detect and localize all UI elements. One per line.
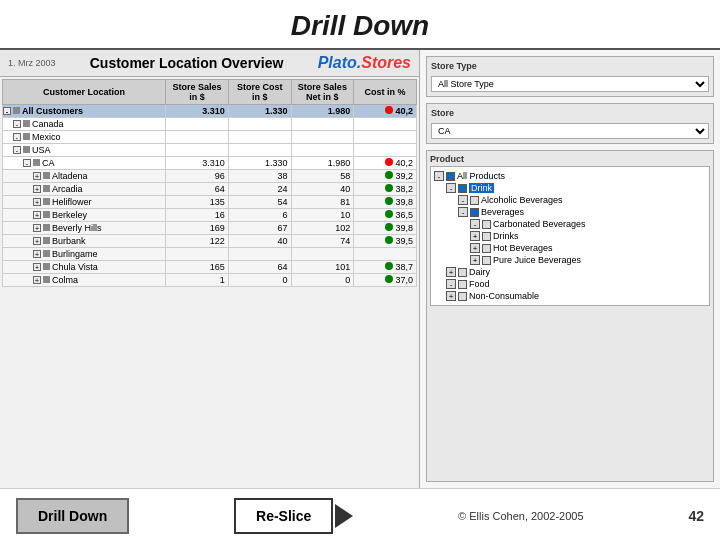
tree-expand-icon[interactable]: + [470, 243, 480, 253]
cell-location-text: Berkeley [52, 210, 87, 220]
store-select[interactable]: CA [431, 123, 709, 139]
re-slice-arrow [335, 504, 353, 528]
table-row[interactable]: +Heliflower135548139,8 [3, 196, 417, 209]
cell-pct: 37,0 [354, 274, 417, 287]
main-area: 1. Mrz 2003 Customer Location Overview P… [0, 48, 720, 488]
tree-icon[interactable]: + [33, 250, 41, 258]
cell-location: -USA [3, 144, 166, 157]
cell-cost [228, 248, 291, 261]
tree-icon[interactable]: - [3, 107, 11, 115]
tree-icon[interactable]: - [13, 120, 21, 128]
cell-pct [354, 144, 417, 157]
cell-net: 102 [291, 222, 354, 235]
col-header-pct: Cost in % [354, 80, 417, 105]
tree-item[interactable]: +Pure Juice Beverages [470, 254, 706, 266]
tree-icon[interactable]: + [33, 276, 41, 284]
col-header-sales: Store Sales in $ [166, 80, 229, 105]
cell-location: +Heliflower [3, 196, 166, 209]
re-slice-button[interactable]: Re-Slice [234, 498, 333, 534]
tree-expand-icon[interactable]: - [446, 183, 456, 193]
tree-icon[interactable]: - [13, 146, 21, 154]
cell-pct: 40,2 [354, 157, 417, 170]
green-dot-icon [385, 171, 393, 179]
tree-checkbox[interactable] [482, 256, 491, 265]
tree-icon[interactable]: - [23, 159, 31, 167]
tree-checkbox[interactable] [458, 292, 467, 301]
col-header-net: Store Sales Net in $ [291, 80, 354, 105]
table-row[interactable]: -All Customers3.3101.3301.98040,2 [3, 105, 417, 118]
tree-checkbox[interactable] [458, 184, 467, 193]
table-row[interactable]: -USA [3, 144, 417, 157]
tree-item[interactable]: +Non-Consumable [446, 290, 706, 302]
cell-cost: 0 [228, 274, 291, 287]
tree-checkbox[interactable] [482, 244, 491, 253]
cell-sales: 3.310 [166, 105, 229, 118]
cell-location-text: Heliflower [52, 197, 92, 207]
table-row[interactable]: +Burbank122407439,5 [3, 235, 417, 248]
tree-item[interactable]: +Dairy [446, 266, 706, 278]
tree-item[interactable]: +Hot Beverages [470, 242, 706, 254]
tree-label: Beverages [481, 207, 524, 217]
tree-expand-icon[interactable]: - [458, 207, 468, 217]
tree-item[interactable]: -Alcoholic Beverages [458, 194, 706, 206]
tree-checkbox[interactable] [458, 268, 467, 277]
tree-item[interactable]: -Beverages [458, 206, 706, 218]
table-body: -All Customers3.3101.3301.98040,2-Canada… [3, 105, 417, 287]
green-dot-icon [385, 210, 393, 218]
table-row[interactable]: +Arcadia64244038,2 [3, 183, 417, 196]
tree-expand-icon[interactable]: + [470, 231, 480, 241]
tree-item[interactable]: -All Products [434, 170, 706, 182]
tree-item[interactable]: -Carbonated Beverages [470, 218, 706, 230]
drill-down-button[interactable]: Drill Down [16, 498, 129, 534]
tree-icon[interactable]: + [33, 185, 41, 193]
tree-expand-icon[interactable]: + [446, 267, 456, 277]
table-row[interactable]: +Chula Vista1656410138,7 [3, 261, 417, 274]
pct-value: 40,2 [395, 158, 413, 168]
cell-location: +Altadena [3, 170, 166, 183]
table-row[interactable]: -CA3.3101.3301.98040,2 [3, 157, 417, 170]
table-row[interactable]: +Burlingame [3, 248, 417, 261]
tree-checkbox[interactable] [446, 172, 455, 181]
tree-item[interactable]: +Drinks [470, 230, 706, 242]
table-row[interactable]: +Colma10037,0 [3, 274, 417, 287]
tree-label: Dairy [469, 267, 490, 277]
cell-location: -Mexico [3, 131, 166, 144]
tree-expand-icon[interactable]: - [446, 279, 456, 289]
cell-location: +Burlingame [3, 248, 166, 261]
cell-cost: 1.330 [228, 105, 291, 118]
tree-checkbox[interactable] [458, 280, 467, 289]
pct-value: 38,2 [395, 184, 413, 194]
tree-icon[interactable]: - [13, 133, 21, 141]
tree-icon[interactable]: + [33, 224, 41, 232]
store-type-select[interactable]: All Store Type [431, 76, 709, 92]
tree-checkbox[interactable] [482, 232, 491, 241]
tree-item[interactable]: -Food [446, 278, 706, 290]
tree-icon[interactable]: + [33, 263, 41, 271]
cell-cost: 40 [228, 235, 291, 248]
tree-expand-icon[interactable]: - [470, 219, 480, 229]
table-row[interactable]: +Beverly Hills1696710239,8 [3, 222, 417, 235]
cell-net: 101 [291, 261, 354, 274]
report-table: Customer Location Store Sales in $ Store… [2, 79, 417, 287]
cell-location-text: Colma [52, 275, 78, 285]
tree-expand-icon[interactable]: + [446, 291, 456, 301]
tree-icon[interactable]: + [33, 172, 41, 180]
tree-checkbox[interactable] [482, 220, 491, 229]
tree-item[interactable]: -Drink [446, 182, 706, 194]
store-filter: Store CA [426, 103, 714, 144]
cell-sales: 3.310 [166, 157, 229, 170]
tree-expand-icon[interactable]: + [470, 255, 480, 265]
tree-expand-icon[interactable]: - [458, 195, 468, 205]
table-row[interactable]: -Canada [3, 118, 417, 131]
table-row[interactable]: -Mexico [3, 131, 417, 144]
re-slice-container: Re-Slice [234, 498, 353, 534]
tree-icon[interactable]: + [33, 198, 41, 206]
tree-icon[interactable]: + [33, 211, 41, 219]
tree-icon[interactable]: + [33, 237, 41, 245]
table-row[interactable]: +Berkeley1661036,5 [3, 209, 417, 222]
tree-expand-icon[interactable]: - [434, 171, 444, 181]
tree-checkbox[interactable] [470, 196, 479, 205]
cell-net [291, 248, 354, 261]
table-row[interactable]: +Altadena96385839,2 [3, 170, 417, 183]
tree-checkbox[interactable] [470, 208, 479, 217]
